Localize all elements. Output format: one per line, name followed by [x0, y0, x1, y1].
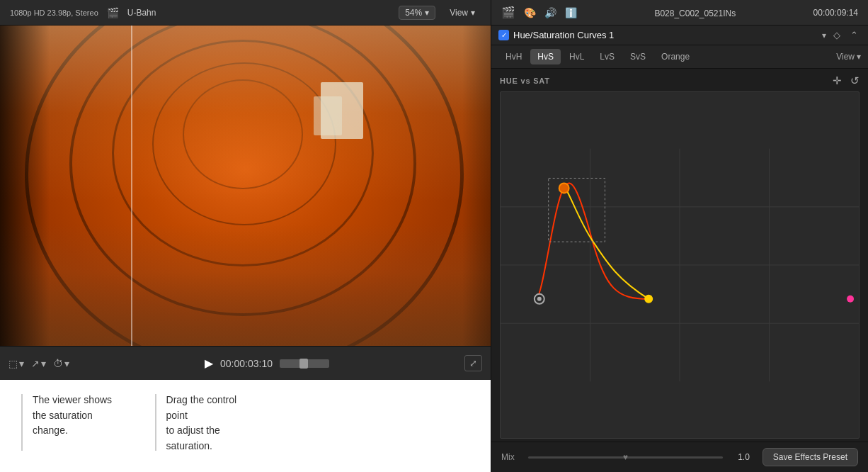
diamond-icon: ◇ [833, 30, 840, 40]
viewer-top-bar: 1080p HD 23.98p, Stereo 🎬 U-Bahn 54% ▾ V… [0, 0, 491, 25]
view-label: View [450, 8, 468, 18]
transform-icon: ↗ [31, 358, 40, 369]
mix-slider-track[interactable]: ♥ [528, 456, 723, 459]
effect-checkbox[interactable]: ✓ [498, 30, 509, 40]
film-inspector-icon: 🎬 [501, 6, 515, 19]
caption-text-right: Drag the control point to adjust the sat… [155, 393, 258, 454]
fullscreen-button[interactable]: ⤢ [464, 355, 482, 371]
svg-point-12 [847, 296, 854, 303]
eyedropper-button[interactable]: ✛ [833, 74, 842, 87]
diamond-button[interactable]: ◇ [830, 30, 843, 40]
mix-value: 1.0 [730, 452, 750, 462]
tabs-view-button[interactable]: View ▾ [836, 52, 861, 62]
caption-area: The viewer shows the saturation change. … [0, 380, 491, 472]
timeline-scrubber[interactable] [280, 359, 329, 368]
caption-line-right [155, 394, 156, 451]
reset-icon: ↺ [850, 74, 860, 86]
playhead-line [131, 26, 132, 346]
speed-btn[interactable]: ⏱ ▾ [53, 358, 69, 369]
floor-gradient [0, 224, 491, 346]
curve-container[interactable] [500, 91, 860, 439]
expand-chevron-button[interactable]: ⌃ [847, 30, 861, 40]
video-viewer [0, 26, 491, 346]
tab-hvs[interactable]: HvS [530, 49, 561, 64]
svg-point-11 [644, 295, 653, 303]
curve-header-actions: ✛ ↺ [833, 74, 860, 87]
save-preset-label: Save Effects Preset [773, 452, 847, 462]
viewer-timecode: 00:00:03:10 [220, 358, 273, 369]
scrubber-thumb [299, 359, 308, 369]
curve-title: HUE vs SAT [500, 77, 550, 85]
resolution-label: 1080p HD 23.98p, Stereo [10, 9, 98, 17]
mix-slider-icon: ♥ [623, 452, 628, 462]
transport-center: ▶ 00:00:03:10 [76, 356, 457, 370]
color-icon: 🎨 [524, 7, 536, 18]
tab-hvh[interactable]: HvH [498, 49, 529, 64]
audio-icon: 🔊 [544, 7, 556, 18]
effect-name: Hue/Saturation Curves 1 [513, 30, 818, 40]
reset-curve-button[interactable]: ↺ [850, 74, 860, 87]
caption-right: Drag the control point to adjust the sat… [155, 393, 258, 454]
timecode-display: 00:00:09:14 [813, 8, 858, 18]
info-icon: ℹ️ [565, 7, 577, 18]
transform-chevron-icon: ▾ [41, 358, 46, 369]
expand-icon: ⤢ [469, 358, 477, 369]
eyedropper-icon: ✛ [833, 74, 842, 86]
checkbox-check-icon: ✓ [501, 31, 507, 39]
right-edge-dark [462, 26, 491, 346]
curve-svg [501, 92, 859, 438]
caption-text-left: The viewer shows the saturation change. [21, 393, 120, 439]
save-preset-button[interactable]: Save Effects Preset [763, 448, 858, 466]
zoom-value: 54% [405, 8, 422, 18]
svg-point-8 [559, 183, 569, 193]
speed-chevron-icon: ▾ [64, 358, 69, 369]
mix-row: Mix ♥ 1.0 Save Effects Preset [491, 442, 868, 472]
ceiling-glow [0, 26, 491, 202]
view-chevron-icon: ▾ [471, 8, 475, 18]
layout-chevron-icon: ▾ [19, 358, 24, 369]
play-button[interactable]: ▶ [205, 356, 213, 370]
layout-btn[interactable]: ⬚ ▾ [8, 358, 24, 369]
tab-lvs[interactable]: LvS [593, 49, 622, 64]
clip-name: B028_C002_0521INs [654, 9, 736, 18]
tabs-view-label: View [836, 52, 855, 62]
transport-controls: ⬚ ▾ ↗ ▾ ⏱ ▾ ▶ 00:00:03:10 ⤢ [0, 346, 491, 380]
left-edge-dark [0, 26, 50, 346]
inspector-top-bar: 🎬 🎨 🔊 ℹ️ B028_C002_0521INs 00:00:09:14 [491, 0, 868, 25]
chevron-down-icon: ▾ [822, 30, 826, 40]
mix-label: Mix [501, 452, 521, 462]
film-icon: 🎬 [107, 7, 119, 18]
curve-header: HUE vs SAT ✛ ↺ [500, 74, 860, 87]
effect-selector-row: ✓ Hue/Saturation Curves 1 ▾ ◇ ⌃ [491, 26, 868, 45]
svg-point-10 [537, 297, 542, 301]
layout-icon: ⬚ [8, 358, 18, 369]
play-icon: ▶ [205, 357, 213, 369]
zoom-chevron-icon: ▾ [425, 8, 429, 18]
caption-left: The viewer shows the saturation change. [21, 393, 120, 451]
tabs-view-chevron-icon: ▾ [857, 52, 861, 62]
speed-icon: ⏱ [53, 358, 63, 369]
curve-tabs-row: HvH HvS HvL LvS SvS Orange View ▾ [491, 45, 868, 69]
zoom-button[interactable]: 54% ▾ [399, 6, 435, 20]
caption-line-left [21, 394, 23, 451]
viewer-panel: ⬚ ▾ ↗ ▾ ⏱ ▾ ▶ 00:00:03:10 ⤢ [0, 26, 491, 472]
transform-btn[interactable]: ↗ ▾ [31, 358, 46, 369]
curve-panel: HUE vs SAT ✛ ↺ [491, 69, 868, 442]
tab-orange[interactable]: Orange [654, 49, 697, 64]
inspector-panel: ✓ Hue/Saturation Curves 1 ▾ ◇ ⌃ HvH HvS … [491, 26, 868, 472]
view-button[interactable]: View ▾ [444, 6, 481, 19]
expand-chevron-icon: ⌃ [850, 30, 858, 40]
project-name: U-Bahn [127, 8, 156, 18]
tab-svs[interactable]: SvS [623, 49, 653, 64]
poster-2 [314, 96, 342, 135]
tab-hvl[interactable]: HvL [562, 49, 591, 64]
